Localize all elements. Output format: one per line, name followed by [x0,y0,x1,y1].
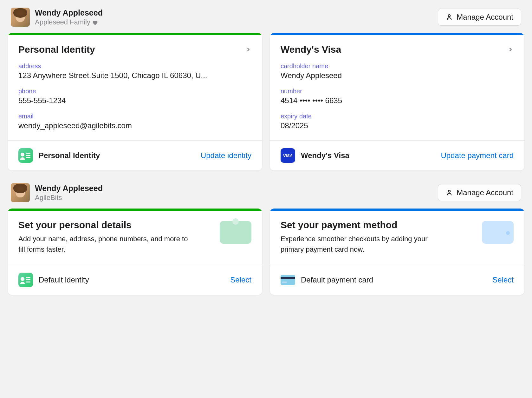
avatar [11,8,30,27]
person-icon [446,189,453,196]
footer-label: Default payment card [301,275,373,284]
field-expiry: expiry date 08/2025 [281,113,514,130]
card-subtitle: Experience smoother checkouts by adding … [281,234,452,255]
cards-row: Set your personal details Add your name,… [8,209,524,295]
payment-card: Wendy's Visa cardholder name Wendy Apple… [270,33,524,170]
account-header: Wendy Appleseed Appleseed Family Manage … [8,8,524,27]
footer-left: Default payment card [281,273,373,287]
field-value: 123 Anywhere Street.Suite 1500, Chicago … [18,71,251,80]
manage-account-label: Manage Account [457,188,513,197]
field-cardholder: cardholder name Wendy Appleseed [281,63,514,80]
select-identity-link[interactable]: Select [230,275,251,284]
field-label: expiry date [281,113,514,120]
identity-card-icon [18,273,33,287]
field-phone: phone 555-555-1234 [18,88,251,105]
card-accent [270,33,524,35]
account-name: Wendy Appleseed [35,184,103,193]
card-footer: Personal Identity Update identity [8,140,262,170]
field-address: address 123 Anywhere Street.Suite 1500, … [18,63,251,80]
select-payment-link[interactable]: Select [492,275,514,284]
svg-point-1 [448,190,450,192]
identity-card-icon [18,148,33,163]
card-footer: VISA Wendy's Visa Update payment card [270,140,524,170]
card-accent [8,209,262,211]
card-accent [270,209,524,211]
account-info: Wendy Appleseed AgileBits [11,183,103,202]
field-value: Wendy Appleseed [281,71,514,80]
svg-rect-3 [281,277,295,279]
footer-left: Personal Identity [18,148,100,163]
card-footer: Default identity Select [8,265,262,295]
card-title-row[interactable]: Personal Identity [18,44,251,55]
chevron-right-icon [245,46,251,53]
person-icon [446,14,453,21]
cards-row: Personal Identity address 123 Anywhere S… [8,33,524,170]
account-family: Appleseed Family [35,18,103,26]
field-label: cardholder name [281,63,514,70]
account-name: Wendy Appleseed [35,8,103,17]
manage-account-button[interactable]: Manage Account [438,184,521,201]
svg-rect-2 [281,275,295,285]
field-email: email wendy_appleseed@agilebits.com [18,113,251,130]
credit-card-icon [281,273,295,287]
identity-setup-card: Set your personal details Add your name,… [8,209,262,295]
card-body: Wendy's Visa cardholder name Wendy Apple… [270,35,524,140]
account-family-text: AgileBits [35,194,62,202]
card-title: Wendy's Visa [281,44,341,55]
footer-label: Default identity [39,275,89,284]
svg-rect-4 [282,282,287,283]
account-family-text: Appleseed Family [35,18,90,26]
footer-label: Wendy's Visa [301,151,349,160]
manage-account-label: Manage Account [457,13,513,22]
card-body: Set your personal details Add your name,… [8,211,262,265]
update-payment-link[interactable]: Update payment card [441,151,514,160]
wallet-illustration-icon [220,221,251,244]
account-info: Wendy Appleseed Appleseed Family [11,8,103,27]
field-label: email [18,113,251,120]
footer-left: Default identity [18,273,89,287]
update-identity-link[interactable]: Update identity [201,151,251,160]
chevron-right-icon [507,46,514,53]
account-section-2: Wendy Appleseed AgileBits Manage Account… [8,183,524,295]
field-value: 08/2025 [281,121,514,130]
wallet-illustration-icon [482,221,514,244]
card-footer: Default payment card Select [270,265,524,295]
field-value: wendy_appleseed@agilebits.com [18,121,251,130]
svg-point-0 [448,15,450,17]
account-section-1: Wendy Appleseed Appleseed Family Manage … [8,8,524,170]
card-body: Personal Identity address 123 Anywhere S… [8,35,262,140]
field-label: address [18,63,251,70]
field-number: number 4514 •••• •••• 6635 [281,88,514,105]
footer-label: Personal Identity [39,151,100,160]
card-body: Set your payment method Experience smoot… [270,211,524,265]
avatar [11,183,30,202]
manage-account-button[interactable]: Manage Account [438,9,521,26]
visa-icon: VISA [281,148,295,163]
field-value: 555-555-1234 [18,96,251,105]
account-family: AgileBits [35,194,103,202]
card-accent [8,33,262,35]
card-title: Set your personal details [18,220,251,230]
heart-icon [92,19,98,25]
footer-left: VISA Wendy's Visa [281,148,349,163]
card-title: Personal Identity [18,44,95,55]
payment-setup-card: Set your payment method Experience smoot… [270,209,524,295]
card-subtitle: Add your name, address, phone numbers, a… [18,234,190,255]
card-title-row[interactable]: Wendy's Visa [281,44,514,55]
field-label: phone [18,88,251,95]
account-header: Wendy Appleseed AgileBits Manage Account [8,183,524,202]
identity-card: Personal Identity address 123 Anywhere S… [8,33,262,170]
card-title: Set your payment method [281,220,514,230]
field-value: 4514 •••• •••• 6635 [281,96,514,105]
field-label: number [281,88,514,95]
